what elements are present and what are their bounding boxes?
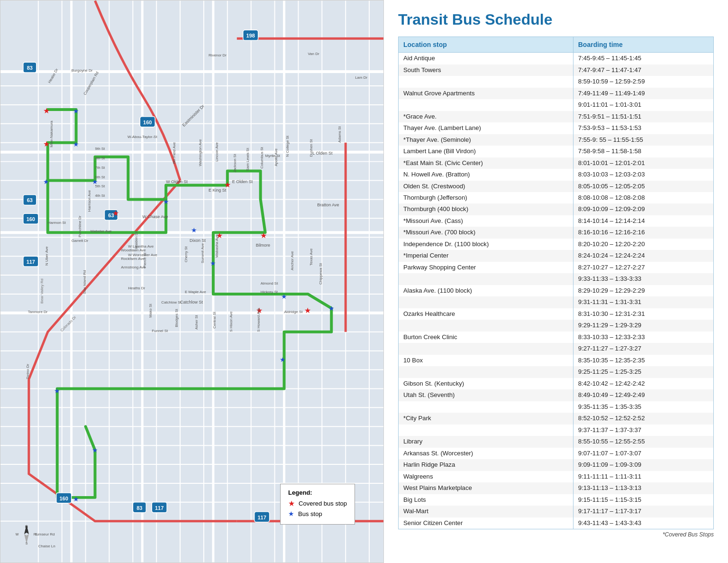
location-cell: Wal-Mart — [399, 506, 573, 517]
svg-text:Star Island Rd: Star Island Rd — [82, 270, 87, 294]
svg-text:★: ★ — [112, 209, 119, 217]
svg-text:Torino Dr: Torino Dr — [26, 364, 30, 379]
time-cell: 8:09-10:09 – 12:09-2:09 — [573, 203, 713, 215]
time-cell: 8:29-10:29 – 12:29-2:29 — [573, 285, 713, 296]
svg-text:Bratton Ave: Bratton Ave — [317, 203, 339, 207]
table-row: 9:01-11:01 – 1:01-3:01 — [399, 99, 714, 111]
table-row: *Thayer Ave. (Seminole)7:55-9: 55 – 11:5… — [399, 134, 714, 146]
svg-text:Webster Ave: Webster Ave — [91, 229, 112, 233]
svg-text:E King St: E King St — [209, 188, 227, 193]
table-row: 8:59-10:59 – 12:59-2:59 — [399, 76, 714, 87]
location-cell: Gibson St. (Kentucky) — [399, 378, 573, 389]
svg-text:★: ★ — [43, 178, 49, 186]
table-row: *Missouri Ave. (700 block)8:16-10:16 – 1… — [399, 227, 714, 238]
table-row: Parkway Shopping Center8:27-10:27 – 12:2… — [399, 262, 714, 273]
legend-item-regular: ★ Bus stop — [288, 510, 347, 517]
svg-text:Sam Lewis St: Sam Lewis St — [246, 148, 250, 171]
location-cell: Burton Creek Clinic — [399, 332, 573, 343]
svg-text:Rockfarm Ave: Rockfarm Ave — [121, 257, 145, 261]
svg-text:★: ★ — [73, 107, 79, 115]
location-cell: Lambert Lane (Bill Virdon) — [399, 146, 573, 157]
table-row: 10 Box8:35-10:35 – 12:35-2:35 — [399, 355, 714, 366]
location-cell: *Grace Ave. — [399, 111, 573, 122]
col-location: Location stop — [399, 37, 573, 53]
time-cell: 7:49-11:49 – 11:49-1:49 — [573, 88, 713, 99]
svg-text:Chippewa St: Chippewa St — [318, 263, 323, 285]
svg-text:S Hixon Ave: S Hixon Ave — [229, 311, 233, 332]
svg-text:Harmon St: Harmon St — [48, 221, 66, 225]
page-title: Transit Bus Schedule — [398, 11, 714, 28]
svg-text:Catchlow St: Catchlow St — [161, 300, 182, 305]
location-cell — [399, 76, 573, 87]
table-row: Ozarks Healthcare8:31-10:30 – 12:31-2:31 — [399, 308, 714, 320]
svg-text:Washington Ave: Washington Ave — [198, 139, 202, 166]
svg-text:Chaise Ln: Chaise Ln — [38, 544, 55, 548]
table-row: *City Park8:52-10:52 – 12:52-2:52 — [399, 413, 714, 424]
svg-text:Cherry St: Cherry St — [184, 246, 188, 262]
svg-text:E: E — [35, 533, 37, 536]
svg-text:Asher St: Asher St — [194, 314, 199, 329]
svg-text:★: ★ — [54, 387, 60, 395]
regular-stop-icon: ★ — [288, 510, 294, 517]
svg-text:Bear Valley Rd: Bear Valley Rd — [40, 278, 44, 304]
svg-text:W-Abou-Taylor-St: W-Abou-Taylor-St — [127, 135, 158, 139]
svg-text:Tanmore Dr: Tanmore Dr — [28, 310, 48, 314]
table-row: Arkansas St. (Worcester)9:07-11:07 – 1:0… — [399, 448, 714, 459]
time-cell: 9:17-11:17 – 1:17-3:17 — [573, 506, 713, 517]
table-row: 9:31-11:31 – 1:31-3:31 — [399, 296, 714, 308]
table-row: *Imperial Center8:24-10:24 – 12:24-2:24 — [399, 250, 714, 261]
location-cell: *Thayer Ave. (Seminole) — [399, 134, 573, 146]
table-row: 9:35-11:35 – 1:35-3:35 — [399, 401, 714, 413]
svg-text:117: 117 — [27, 259, 35, 265]
svg-text:160: 160 — [143, 120, 152, 125]
svg-text:Dixon St: Dixon St — [190, 238, 206, 243]
location-cell: Parkway Shopping Center — [399, 262, 573, 273]
location-cell: *Imperial Center — [399, 250, 573, 261]
location-cell: West Plains Marketplace — [399, 482, 573, 494]
table-row: 9:29-11:29 – 1:29-3:29 — [399, 320, 714, 331]
location-cell: Utah St. (Seventh) — [399, 389, 573, 401]
svg-text:Adams St: Adams St — [337, 126, 342, 142]
time-cell: 9:31-11:31 – 1:31-3:31 — [573, 296, 713, 308]
time-cell: 8:03-10:03 – 12:03-2:03 — [573, 169, 713, 180]
svg-text:★: ★ — [260, 231, 267, 240]
time-cell: 8:35-10:35 – 12:35-2:35 — [573, 355, 713, 366]
table-row: Library8:55-10:55 – 12:55-2:55 — [399, 436, 714, 447]
svg-text:S Howard Ave: S Howard Ave — [256, 308, 261, 332]
col-boarding: Boarding time — [573, 37, 713, 53]
svg-text:83: 83 — [136, 505, 142, 511]
svg-text:Anchor Ave: Anchor Ave — [290, 251, 294, 270]
time-cell: 8:27-10:27 – 12:27-2:27 — [573, 262, 713, 273]
location-cell: Big Lots — [399, 494, 573, 506]
table-row: Lambert Lane (Bill Virdon)7:58-9:58 – 11… — [399, 146, 714, 157]
time-cell: 9:35-11:35 – 1:35-3:35 — [573, 401, 713, 413]
compass: N S W E — [15, 522, 38, 548]
svg-text:W Chase Ave: W Chase Ave — [142, 214, 168, 219]
location-cell — [399, 425, 573, 436]
location-cell: South Towers — [399, 65, 573, 76]
svg-text:5th St: 5th St — [95, 184, 106, 188]
svg-text:Dushen St: Dushen St — [309, 139, 313, 157]
svg-text:Lincoln Ave: Lincoln Ave — [215, 142, 219, 161]
time-cell: 8:20-10:20 – 12:20-2:20 — [573, 239, 713, 250]
location-cell: Ozarks Healthcare — [399, 308, 573, 320]
svg-text:9th St: 9th St — [95, 147, 106, 151]
svg-text:★: ★ — [210, 259, 216, 267]
table-row: Big Lots9:15-11:15 – 1:15-3:15 — [399, 494, 714, 506]
table-row: Aid Antique7:45-9:45 – 11:45-1:45 — [399, 53, 714, 65]
svg-text:Jackson St: Jackson St — [233, 154, 237, 173]
regular-stop-label: Bus stop — [298, 510, 322, 517]
svg-text:Hickory St: Hickory St — [261, 290, 278, 294]
legend-item-covered: ★ Covered bus stop — [288, 499, 347, 508]
table-row: Thornburgh (400 block)8:09-10:09 – 12:09… — [399, 203, 714, 215]
time-cell: 8:33-10:33 – 12:33-2:33 — [573, 332, 713, 343]
location-cell: Olden St. (Crestwood) — [399, 181, 573, 192]
svg-text:Aldridge St: Aldridge St — [284, 310, 303, 314]
svg-text:Bilmore: Bilmore — [256, 243, 270, 248]
table-row: *East Main St. (Civic Center)8:01-10:01 … — [399, 157, 714, 169]
location-cell: Arkansas St. (Worcester) — [399, 448, 573, 459]
svg-text:8th St: 8th St — [95, 156, 106, 160]
time-cell: 8:16-10:16 – 12:16-2:16 — [573, 227, 713, 238]
map-panel: 83 160 198 63 160 117 63 83 117 63 160 — [0, 0, 384, 563]
table-row: Senior Citizen Center9:43-11:43 – 1:43-3… — [399, 517, 714, 529]
